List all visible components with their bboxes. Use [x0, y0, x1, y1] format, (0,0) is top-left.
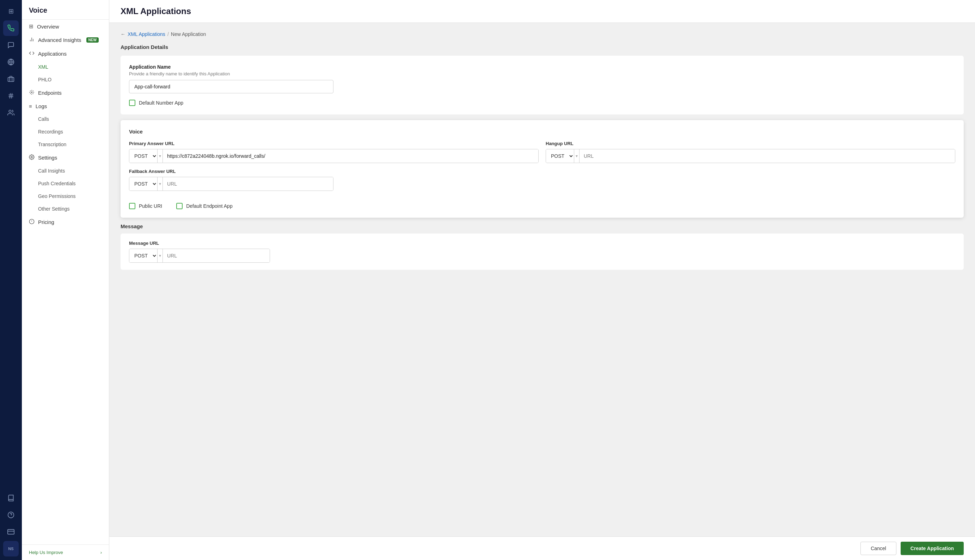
settings-icon: [29, 154, 35, 161]
hash-icon[interactable]: [3, 88, 19, 103]
nav-overview[interactable]: ⊞ Overview: [22, 20, 109, 33]
icon-sidebar: ⊞ NS: [0, 0, 22, 560]
globe-icon[interactable]: [3, 54, 19, 70]
message-url-card: Message URL POST GET ▾: [120, 233, 964, 270]
nav-phlo-label: PHLO: [38, 77, 52, 82]
nav-transcription[interactable]: Transcription: [22, 138, 109, 151]
help-improve-label: Help Us Improve: [29, 550, 63, 555]
public-uri-checkbox[interactable]: [129, 203, 135, 209]
nav-insights-label: Advanced Insights: [38, 37, 82, 43]
breadcrumb-link[interactable]: XML Applications: [128, 31, 165, 37]
nav-endpoints[interactable]: Endpoints: [22, 86, 109, 100]
help-improve-arrow: ›: [100, 550, 102, 555]
nav-overview-label: Overview: [37, 23, 59, 30]
nav-pricing[interactable]: Pricing: [22, 215, 109, 229]
grid-icon[interactable]: ⊞: [3, 3, 19, 19]
svg-line-5: [10, 93, 10, 98]
nav-push-credentials-label: Push Credentials: [38, 181, 76, 186]
app-name-hint: Provide a friendly name to identify this…: [129, 71, 955, 77]
svg-point-7: [9, 110, 11, 113]
breadcrumb: ← XML Applications / New Application: [120, 31, 964, 37]
nav-pricing-label: Pricing: [38, 219, 54, 225]
app-name-input[interactable]: [129, 80, 333, 93]
insights-icon: [29, 37, 35, 43]
page-body: ← XML Applications / New Application App…: [109, 23, 975, 312]
voice-panel: Voice Primary Answer URL POST GET ▾: [120, 120, 964, 218]
default-number-app-checkbox[interactable]: [129, 100, 135, 106]
nav-xml[interactable]: XML: [22, 61, 109, 73]
fallback-url-input[interactable]: [163, 177, 333, 190]
ns-avatar[interactable]: NS: [3, 541, 19, 557]
default-number-app-row: Default Number App: [129, 100, 955, 106]
hangup-url-group: POST GET ▾: [546, 149, 955, 163]
endpoints-icon: [29, 90, 35, 96]
overview-icon: ⊞: [29, 23, 33, 30]
nav-push-credentials[interactable]: Push Credentials: [22, 177, 109, 190]
address-icon[interactable]: [3, 105, 19, 120]
nav-other-settings[interactable]: Other Settings: [22, 203, 109, 215]
nav-call-insights[interactable]: Call Insights: [22, 165, 109, 177]
nav-recordings[interactable]: Recordings: [22, 125, 109, 138]
app-details-section: Application Name Provide a friendly name…: [120, 56, 964, 115]
book-icon[interactable]: [3, 490, 19, 506]
hangup-url-label: Hangup URL: [546, 141, 955, 146]
primary-answer-url-input[interactable]: [163, 149, 538, 163]
message-method-chevron: ▾: [157, 249, 163, 262]
nav-phlo[interactable]: PHLO: [22, 73, 109, 86]
nav-geo-permissions[interactable]: Geo Permissions: [22, 190, 109, 203]
primary-answer-url-field: Primary Answer URL POST GET ▾: [129, 141, 539, 163]
help-improve[interactable]: Help Us Improve ›: [22, 545, 109, 560]
default-endpoint-label: Default Endpoint App: [186, 203, 232, 209]
primary-answer-method-select[interactable]: POST GET: [129, 149, 157, 163]
primary-answer-url-label: Primary Answer URL: [129, 141, 539, 146]
nav-calls[interactable]: Calls: [22, 113, 109, 125]
sip-icon[interactable]: [3, 71, 19, 87]
message-method-select[interactable]: POST GET: [129, 249, 157, 262]
nav-logs-label: Logs: [35, 103, 47, 109]
message-url-input[interactable]: [163, 249, 270, 262]
nav-other-settings-label: Other Settings: [38, 206, 70, 212]
public-uri-row: Public URI: [129, 203, 162, 209]
credit-card-icon[interactable]: [3, 524, 19, 540]
default-endpoint-checkbox[interactable]: [176, 203, 182, 209]
svg-point-15: [32, 92, 32, 93]
nav-geo-permissions-label: Geo Permissions: [38, 193, 76, 199]
help-icon[interactable]: [3, 507, 19, 523]
message-title: Message: [120, 223, 964, 229]
nav-logs[interactable]: ≡ Logs: [22, 100, 109, 113]
message-url-group: POST GET ▾: [129, 249, 270, 263]
app-details-title: Application Details: [120, 44, 964, 50]
hangup-url-input[interactable]: [580, 149, 955, 163]
hangup-method-select[interactable]: POST GET: [546, 149, 574, 163]
nav-settings[interactable]: Settings: [22, 151, 109, 165]
applications-icon: [29, 50, 35, 57]
create-application-button[interactable]: Create Application: [901, 542, 964, 555]
phone-icon[interactable]: [3, 20, 19, 36]
nav-applications-label: Applications: [38, 51, 67, 57]
breadcrumb-current: New Application: [171, 31, 206, 37]
fallback-url-field: Fallback Answer URL POST GET ▾: [129, 169, 333, 191]
voice-title: Voice: [22, 0, 109, 20]
pricing-icon: [29, 219, 35, 225]
fallback-url-group: POST GET ▾: [129, 177, 333, 191]
fallback-method-chevron: ▾: [157, 177, 163, 190]
back-arrow-icon[interactable]: ←: [120, 31, 125, 37]
message-icon[interactable]: [3, 37, 19, 53]
fallback-url-label: Fallback Answer URL: [129, 169, 333, 174]
breadcrumb-separator: /: [167, 31, 169, 37]
nav-settings-label: Settings: [38, 155, 57, 161]
svg-line-6: [12, 93, 12, 98]
nav-applications[interactable]: Applications: [22, 47, 109, 61]
svg-rect-10: [8, 529, 14, 534]
voice-checkboxes-row: Public URI Default Endpoint App: [129, 197, 955, 209]
primary-hangup-row: Primary Answer URL POST GET ▾ Hangup URL: [129, 141, 955, 163]
cancel-button[interactable]: Cancel: [860, 542, 896, 555]
hangup-method-chevron: ▾: [574, 149, 580, 163]
message-url-label: Message URL: [129, 240, 955, 246]
fallback-method-select[interactable]: POST GET: [129, 177, 157, 190]
message-section: Message Message URL POST GET ▾: [120, 223, 964, 275]
footer: Cancel Create Application: [109, 537, 975, 560]
default-endpoint-row: Default Endpoint App: [176, 203, 232, 209]
svg-point-16: [31, 157, 32, 158]
nav-advanced-insights[interactable]: Advanced Insights NEW: [22, 33, 109, 47]
